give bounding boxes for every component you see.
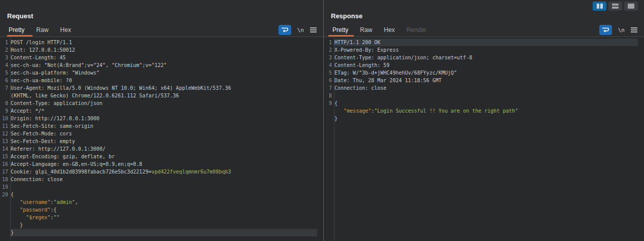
editor-menu-button[interactable] — [631, 27, 637, 32]
code-text: Host: 127.0.0.1:50012 — [11, 46, 317, 54]
newline-toggle[interactable]: \n — [618, 27, 625, 33]
code-text: Content-Length: 59 — [334, 61, 638, 69]
code-text: X-Powered-By: Express — [334, 46, 638, 54]
word-wrap-button[interactable] — [599, 25, 612, 35]
line-number: 4 — [0, 61, 8, 69]
line-number: 10 — [0, 115, 8, 122]
tab-hex[interactable]: Hex — [384, 26, 394, 33]
line-number — [0, 198, 8, 206]
code-text: POST /login HTTP/1.1 — [11, 39, 317, 46]
code-text: "$regex":"" — [11, 214, 317, 221]
code-text: Content-Type: application/json — [11, 99, 317, 107]
line-number: 2 — [0, 46, 8, 54]
line-number: 15 — [0, 153, 8, 160]
line-number: 7 — [324, 84, 332, 92]
code-text: Cookie: glpi_40d1b2d83998fabacb726e5bc3d… — [11, 168, 317, 176]
gutter-divider — [334, 37, 334, 241]
code-line: "$regex":"" — [0, 214, 323, 221]
code-text: "username":"admin", — [11, 198, 317, 206]
code-text: "password":{ — [11, 206, 317, 214]
code-line: 9Accept: */* — [0, 107, 323, 115]
tab-hex[interactable]: Hex — [60, 26, 71, 33]
code-line: 15Accept-Encoding: gzip, deflate, br — [0, 153, 323, 160]
code-line: 18Connection: close — [0, 176, 323, 183]
code-line: "username":"admin", — [0, 198, 323, 206]
gutter-divider — [10, 37, 11, 241]
line-number: 5 — [0, 69, 8, 77]
code-line: } — [324, 115, 644, 122]
code-text: } — [334, 115, 638, 122]
panel-title: Response — [331, 12, 362, 20]
code-text: Sec-Fetch-Dest: empty — [11, 137, 317, 145]
code-text: Connection: close — [11, 176, 317, 183]
code-text: Content-Type: application/json; charset=… — [334, 54, 638, 61]
line-number: 6 — [0, 77, 8, 84]
line-number: 9 — [324, 99, 332, 107]
tab-pretty[interactable]: Pretty — [332, 26, 348, 33]
code-text: User-Agent: Mozilla/5.0 (Windows NT 10.0… — [11, 84, 317, 92]
code-line: 1POST /login HTTP/1.1 — [0, 39, 323, 46]
code-text — [334, 92, 638, 99]
code-line: "message":"Login Successful !! You are o… — [324, 107, 644, 115]
line-number: 13 — [0, 137, 8, 145]
code-line: 10Origin: http://127.0.0.1:3000 — [0, 115, 323, 122]
code-line: 8Content-Type: application/json — [0, 99, 323, 107]
line-number: 12 — [0, 130, 8, 137]
code-line: 4Content-Length: 59 — [324, 61, 644, 69]
code-text: { — [334, 99, 638, 107]
code-line: 7Connection: close — [324, 84, 644, 92]
line-number: 3 — [0, 54, 8, 61]
response-panel: Response Pretty Raw Hex Render \n — [324, 0, 644, 241]
line-number: 3 — [324, 54, 332, 61]
code-text: sec-ch-ua-platform: "Windows" — [11, 69, 317, 77]
newline-toggle[interactable]: \n — [297, 27, 304, 33]
code-line: 7User-Agent: Mozilla/5.0 (Windows NT 10.… — [0, 84, 323, 92]
editor-menu-button[interactable] — [310, 27, 317, 32]
line-number: 4 — [324, 61, 332, 69]
code-line: 8 — [324, 92, 644, 99]
line-number: 18 — [0, 176, 8, 183]
code-text: sec-ch-ua: "Not(A:Brand";v="24", "Chromi… — [11, 61, 317, 69]
request-editor[interactable]: 1POST /login HTTP/1.12Host: 127.0.0.1:50… — [0, 37, 323, 241]
code-line: 14Referer: http://127.0.0.1:3000/ — [0, 145, 323, 153]
code-line: 20{ — [0, 191, 323, 198]
code-line: 4sec-ch-ua: "Not(A:Brand";v="24", "Chrom… — [0, 61, 323, 69]
code-line: 5ETag: W/"3b-d+jWHC49hehUv/68FYyzc/KMUjQ… — [324, 69, 644, 77]
code-text: HTTP/1.1 200 OK — [334, 39, 638, 46]
code-line: 1HTTP/1.1 200 OK — [324, 39, 644, 46]
response-tabrow: Pretty Raw Hex Render \n — [324, 23, 644, 37]
tab-raw[interactable]: Raw — [360, 26, 372, 33]
line-number: 14 — [0, 145, 8, 153]
line-number: 20 — [0, 191, 8, 198]
line-number: 7 — [0, 84, 8, 92]
code-text: Accept: */* — [11, 107, 317, 115]
tab-raw[interactable]: Raw — [36, 26, 48, 33]
panel-title: Request — [7, 12, 33, 20]
line-number — [0, 214, 8, 221]
word-wrap-icon — [602, 27, 609, 33]
line-number — [0, 221, 8, 229]
request-tabrow: Pretty Raw Hex \n — [0, 23, 323, 37]
line-number — [324, 115, 332, 122]
line-number: 1 — [0, 39, 8, 46]
code-line: (KHTML, like Gecko) Chrome/122.0.6261.11… — [0, 92, 323, 99]
code-line: 6sec-ch-ua-mobile: ?0 — [0, 77, 323, 84]
code-line: 2X-Powered-By: Express — [324, 46, 644, 54]
line-number: 16 — [0, 160, 8, 168]
code-line: "password":{ — [0, 206, 323, 214]
word-wrap-button[interactable] — [279, 25, 291, 35]
request-panel: Request Pretty Raw Hex \n — [0, 0, 323, 241]
line-number: 17 — [0, 168, 8, 176]
code-line: 3Content-Length: 45 — [0, 54, 323, 61]
code-text: Accept-Language: en-GB,en-US;q=0.9,en;q=… — [11, 160, 317, 168]
response-editor[interactable]: 1HTTP/1.1 200 OK2X-Powered-By: Express3C… — [324, 37, 644, 241]
code-text: ETag: W/"3b-d+jWHC49hehUv/68FYyzc/KMUjQ" — [334, 69, 638, 77]
tab-render: Render — [407, 26, 426, 33]
tab-pretty[interactable]: Pretty — [9, 26, 24, 33]
code-text: "message":"Login Successful !! You are o… — [334, 107, 638, 115]
line-number: 19 — [0, 183, 8, 191]
code-line: 11Sec-Fetch-Site: same-origin — [0, 122, 323, 130]
code-text: Accept-Encoding: gzip, deflate, br — [11, 153, 317, 160]
line-number — [0, 229, 8, 236]
code-line: 16Accept-Language: en-GB,en-US;q=0.9,en;… — [0, 160, 323, 168]
